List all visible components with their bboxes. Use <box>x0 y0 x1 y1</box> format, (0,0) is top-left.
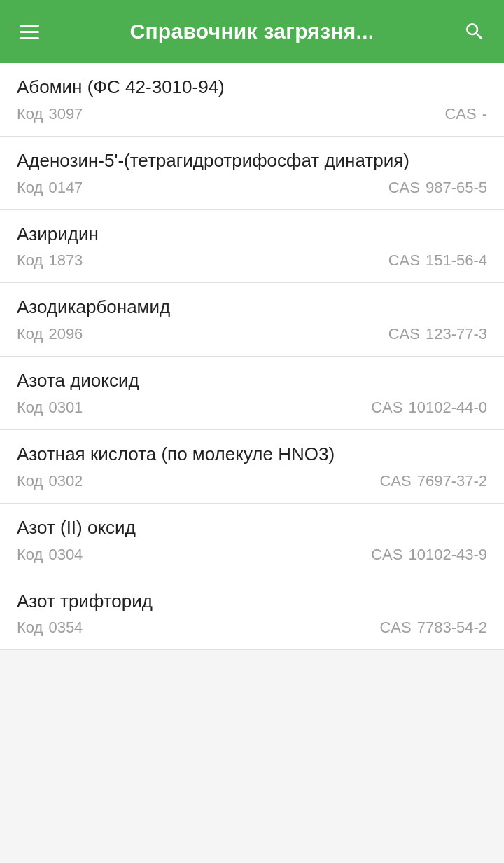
cas-label: CAS <box>379 472 411 490</box>
kod-label: Код <box>17 546 43 564</box>
cas-value: 10102-43-9 <box>408 546 487 564</box>
item-name: Азот (II) оксид <box>17 516 487 540</box>
list-item[interactable]: Азиридин Код 1873 CAS 151-56-4 <box>0 210 504 284</box>
cas-label: CAS <box>388 325 420 343</box>
cas-value: 7697-37-2 <box>417 472 487 490</box>
kod-value: 2096 <box>48 325 83 343</box>
cas-label: CAS <box>371 399 402 417</box>
item-name: Аденозин-5'-(тетрагидротрифосфат динатри… <box>17 149 487 173</box>
item-meta: Код 0301 CAS 10102-44-0 <box>17 399 487 417</box>
item-name: Азот трифторид <box>17 590 487 614</box>
cas-value: 151-56-4 <box>426 251 487 270</box>
search-button[interactable] <box>459 16 490 47</box>
item-meta: Код 0302 CAS 7697-37-2 <box>17 472 487 490</box>
kod-value: 0301 <box>48 399 83 417</box>
kod-value: 1873 <box>48 251 83 270</box>
list-item[interactable]: Азотная кислота (по молекуле HNO3) Код 0… <box>0 430 504 504</box>
cas-value: - <box>482 105 487 123</box>
item-name: Азотная кислота (по молекуле HNO3) <box>17 443 487 467</box>
items-list: Абомин (ФС 42-3010-94) Код 3097 CAS - Ад… <box>0 63 504 650</box>
menu-button[interactable] <box>14 16 45 47</box>
kod-label: Код <box>17 325 43 343</box>
toolbar: Справочник загрязня... <box>0 0 504 63</box>
kod-label: Код <box>17 251 43 270</box>
kod-label: Код <box>17 619 43 637</box>
list-item[interactable]: Азот трифторид Код 0354 CAS 7783-54-2 <box>0 577 504 651</box>
kod-value: 0354 <box>48 619 83 637</box>
toolbar-title: Справочник загрязня... <box>45 20 459 43</box>
kod-value: 3097 <box>48 105 83 123</box>
kod-value: 0304 <box>48 546 83 564</box>
cas-value: 10102-44-0 <box>408 399 487 417</box>
list-item[interactable]: Абомин (ФС 42-3010-94) Код 3097 CAS - <box>0 63 504 137</box>
kod-label: Код <box>17 179 43 197</box>
list-item[interactable]: Азот (II) оксид Код 0304 CAS 10102-43-9 <box>0 504 504 577</box>
item-name: Азота диоксид <box>17 369 487 393</box>
item-name: Азодикарбонамид <box>17 296 487 319</box>
kod-label: Код <box>17 399 43 417</box>
cas-value: 987-65-5 <box>426 179 487 197</box>
cas-value: 123-77-3 <box>426 325 487 343</box>
cas-label: CAS <box>371 546 402 564</box>
list-item[interactable]: Аденозин-5'-(тетрагидротрифосфат динатри… <box>0 137 504 210</box>
item-meta: Код 0354 CAS 7783-54-2 <box>17 619 487 637</box>
kod-label: Код <box>17 472 43 490</box>
item-meta: Код 1873 CAS 151-56-4 <box>17 251 487 270</box>
list-item[interactable]: Азодикарбонамид Код 2096 CAS 123-77-3 <box>0 283 504 357</box>
kod-value: 0302 <box>48 472 83 490</box>
cas-value: 7783-54-2 <box>417 619 487 637</box>
kod-label: Код <box>17 105 43 123</box>
cas-label: CAS <box>379 619 411 637</box>
item-name: Азиридин <box>17 223 487 247</box>
item-meta: Код 0147 CAS 987-65-5 <box>17 179 487 197</box>
cas-label: CAS <box>388 179 420 197</box>
kod-value: 0147 <box>48 179 83 197</box>
item-meta: Код 0304 CAS 10102-43-9 <box>17 546 487 564</box>
cas-label: CAS <box>388 251 420 270</box>
item-meta: Код 2096 CAS 123-77-3 <box>17 325 487 343</box>
list-item[interactable]: Азота диоксид Код 0301 CAS 10102-44-0 <box>0 357 504 430</box>
item-name: Абомин (ФС 42-3010-94) <box>17 76 487 99</box>
cas-label: CAS <box>444 105 476 123</box>
item-meta: Код 3097 CAS - <box>17 105 487 123</box>
